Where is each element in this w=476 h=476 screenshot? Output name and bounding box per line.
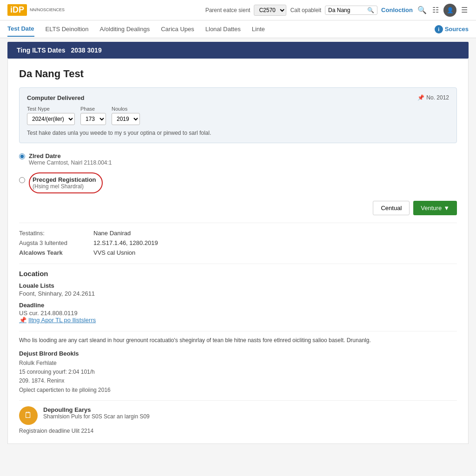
- detail-row-1: Testatlns: Nane Danirad: [19, 230, 457, 237]
- cd-card: Computer Delivered 📌 No. 2012 Test Nype …: [19, 87, 457, 143]
- radio-label-2: Precged Registication: [33, 176, 96, 183]
- radio-zlred[interactable]: [19, 153, 25, 159]
- connection-button[interactable]: Conloction: [381, 7, 413, 13]
- notification-footer: Registraion deadline Ulit 2214: [19, 428, 457, 434]
- test-type-select[interactable]: 2024/(er(iler): [27, 113, 75, 125]
- top-bar: iDP NN/NOSCIENCES Parent eatce sient C25…: [0, 0, 476, 20]
- radio-precged[interactable]: [19, 177, 25, 183]
- filter-row: Test Nype 2024/(er(iler) Phase 173 Noulo…: [27, 106, 449, 125]
- location-block-1: Louale Lists Foont, Shinhary, 20 24.2611: [19, 282, 457, 297]
- notification-title: Depoullng Earys: [43, 406, 150, 413]
- default-block-title: Dejust Blrord Beokls: [19, 350, 457, 357]
- sources-label: Sources: [445, 26, 469, 33]
- search-icon: 🔍: [367, 7, 374, 13]
- phase-label: Phase: [80, 106, 106, 112]
- detail-row-3: Alcalows Teark VVS cal Usnion: [19, 249, 457, 256]
- banner-label2: 2038 3019: [71, 46, 102, 54]
- btn-row: Centual Venture ▼: [19, 201, 457, 215]
- radio-label-1: Zlred Datre: [29, 152, 112, 159]
- location-heading: Location: [19, 270, 457, 278]
- notification-icon: 🗒: [19, 406, 38, 425]
- cd-title: Computer Delivered: [27, 94, 449, 101]
- top-controls: Parent eatce sient C2570 Calt opableit 🔍…: [205, 4, 469, 17]
- info-icon: i: [435, 25, 443, 33]
- notification-row: 🗒 Depoullng Earys Sharnlsion Puls for S0…: [19, 400, 457, 425]
- phase-select[interactable]: 173: [80, 113, 106, 125]
- chevron-down-icon: ▼: [443, 205, 450, 212]
- radio-sub-2: (Hsing mel Shardral): [33, 183, 96, 190]
- menu-icon-btn[interactable]: ☰: [460, 5, 469, 15]
- default-block: Dejust Blrord Beokls Rolulk Ferhlate 15 …: [19, 350, 457, 395]
- logo-area: iDP NN/NOSCIENCES: [7, 4, 65, 16]
- cancel-button[interactable]: Centual: [373, 201, 410, 215]
- body-text: Who lis looding are any cart sleand in h…: [19, 331, 457, 344]
- calt-search[interactable]: 🔍: [325, 6, 377, 15]
- number-select[interactable]: 2019: [112, 113, 140, 125]
- main-content: Da Nang Test Computer Delivered 📌 No. 20…: [7, 59, 469, 444]
- nav-carica[interactable]: Carica Upes: [161, 22, 194, 36]
- grid-icon-btn[interactable]: ☷: [431, 5, 440, 15]
- main-nav: Test Date ELTS Deinoltion A/olditing Dea…: [0, 20, 476, 38]
- details-section: Testatlns: Nane Danirad Augsta 3 lultent…: [19, 223, 457, 256]
- avatar: 👤: [443, 4, 456, 17]
- search-icon-btn[interactable]: 🔍: [416, 5, 428, 15]
- radio-sub-1: Werne Carntost, Nairl 2118.004:1: [29, 159, 112, 166]
- test-type-label: Test Nype: [27, 106, 75, 112]
- default-line-3: 209. 1874. Reninx: [19, 377, 457, 385]
- default-line-2: 15 conrouing yourf: 2:04 101/h: [19, 368, 457, 377]
- pin-link-icon: 📌: [19, 317, 26, 324]
- filter-phase: Phase 173: [80, 106, 106, 125]
- default-line-1: Rolulk Ferhlate: [19, 359, 457, 368]
- parent-select[interactable]: C2570: [254, 5, 286, 16]
- calt-input[interactable]: [328, 7, 365, 13]
- nav-test-date[interactable]: Test Date: [7, 21, 34, 37]
- nav-linte[interactable]: Linte: [252, 22, 265, 36]
- logo-text: iDP: [7, 4, 27, 16]
- calt-label: Calt opableit: [290, 7, 321, 13]
- filter-number: Noulos 2019: [112, 106, 140, 125]
- logo-sub: NN/NOSCIENCES: [30, 7, 65, 13]
- default-line-4: Oplect caperticten to ite plloiing 2016: [19, 386, 457, 395]
- pin-icon: 📌: [417, 94, 424, 101]
- filter-test-type: Test Nype 2024/(er(iler): [27, 106, 75, 125]
- cd-location: 📌 No. 2012: [417, 94, 449, 101]
- nav-sources[interactable]: i Sources: [435, 25, 469, 33]
- nav-elts[interactable]: ELTS Deinoltion: [46, 22, 89, 36]
- page-title: Da Nang Test: [19, 68, 457, 80]
- radio-option-1: Zlred Datre Werne Carntost, Nairl 2118.0…: [19, 152, 457, 166]
- notification-sub: Sharnlsion Puls for S0S Scar an largin S…: [43, 413, 150, 420]
- radio-option-2: Precged Registication (Hsing mel Shardra…: [19, 172, 457, 193]
- number-label: Noulos: [112, 106, 140, 112]
- location-block-2: Deadline US cur. 214.808.0119 📌 Iltng Ap…: [19, 302, 457, 324]
- venture-button[interactable]: Venture ▼: [413, 201, 457, 215]
- radio-section: Zlred Datre Werne Carntost, Nairl 2118.0…: [19, 152, 457, 193]
- banner-label1: Ting ILTS Dates: [17, 46, 66, 54]
- detail-row-2: Augsta 3 lultented 12.S17.1.46, 1280.201…: [19, 239, 457, 246]
- radio-highlight-box: Precged Registication (Hsing mel Shardra…: [29, 172, 103, 193]
- notification-content: Depoullng Earys Sharnlsion Puls for S0S …: [43, 406, 150, 420]
- banner: Ting ILTS Dates 2038 3019: [7, 42, 469, 59]
- nav-aolditing[interactable]: A/olditing Dealings: [100, 22, 150, 36]
- parent-label: Parent eatce sient: [205, 7, 251, 13]
- nav-llonal[interactable]: Llonal Dattes: [205, 22, 241, 36]
- location-section: Location Louale Lists Foont, Shinhary, 2…: [19, 264, 457, 324]
- cd-note: Test hake dates unla you weede to my s y…: [27, 130, 449, 136]
- location-link[interactable]: 📌 Iltng Apor TL po llistslerrs: [19, 317, 457, 324]
